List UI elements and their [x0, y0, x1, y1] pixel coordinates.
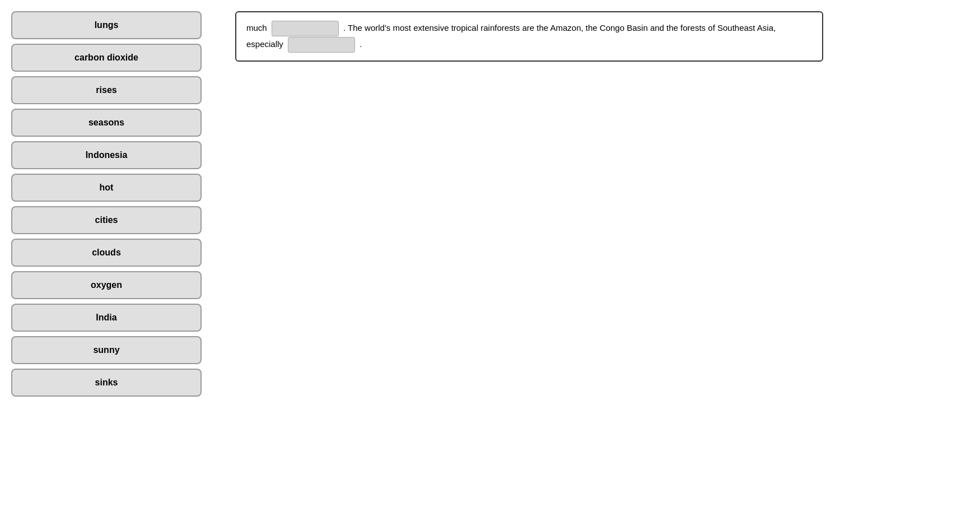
word-button-india[interactable]: India [11, 304, 202, 332]
word-button-oxygen[interactable]: oxygen [11, 271, 202, 299]
word-button-sunny[interactable]: sunny [11, 336, 202, 364]
word-button-cities[interactable]: cities [11, 206, 202, 234]
passage-box: much . The world's most extensive tropic… [235, 11, 823, 62]
passage-panel: much . The world's most extensive tropic… [224, 0, 980, 521]
fill-blank-2[interactable] [288, 37, 355, 53]
word-button-hot[interactable]: hot [11, 174, 202, 202]
word-button-lungs[interactable]: lungs [11, 11, 202, 39]
word-button-rises[interactable]: rises [11, 76, 202, 104]
word-bank-panel: lungscarbon dioxiderisesseasonsIndonesia… [0, 0, 224, 521]
passage-partial-top: much [246, 23, 267, 32]
word-button-sinks[interactable]: sinks [11, 369, 202, 397]
main-layout: lungscarbon dioxiderisesseasonsIndonesia… [0, 0, 980, 521]
passage-end-text: . [360, 39, 362, 49]
word-button-carbon_dioxide[interactable]: carbon dioxide [11, 44, 202, 72]
word-button-seasons[interactable]: seasons [11, 109, 202, 137]
fill-blank-1[interactable] [272, 21, 339, 36]
word-button-clouds[interactable]: clouds [11, 239, 202, 267]
passage-text: much . The world's most extensive tropic… [246, 20, 812, 53]
word-button-indonesia[interactable]: Indonesia [11, 141, 202, 169]
